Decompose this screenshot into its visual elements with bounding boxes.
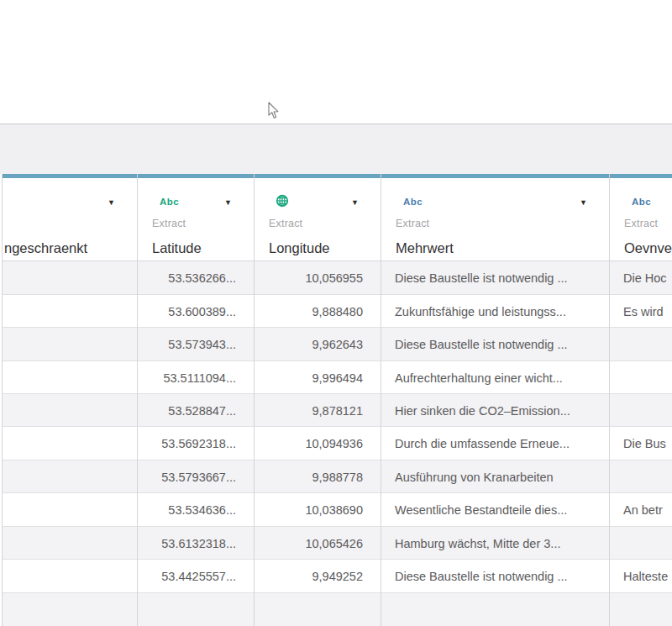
grid-cell-partial[interactable] — [138, 593, 254, 626]
column-field-name: Oevnve — [624, 240, 672, 256]
extract-label: Extract — [396, 218, 429, 229]
grid-cell[interactable]: 53.4425557... — [138, 560, 254, 592]
grid-cell[interactable]: 9,949252 — [255, 560, 381, 592]
grid-cell[interactable] — [610, 394, 672, 427]
column-field-name: Mehrwert — [396, 240, 606, 256]
grid-cell[interactable]: Die Hoc — [610, 261, 672, 294]
column-menu-arrow-icon[interactable]: ▼ — [580, 197, 587, 208]
grid-column-longitude: ▼ExtractLongitude10,0569559,8884809,9626… — [254, 174, 381, 626]
grid-cell[interactable]: Ausführung von Kranarbeiten — [381, 460, 609, 493]
grid-cell[interactable]: 10,065426 — [255, 527, 381, 560]
abc-type-icon[interactable]: Abc — [632, 197, 651, 207]
grid-cell[interactable]: 53.528847... — [138, 394, 254, 427]
data-grid: ▼ngeschraenktAbc▼ExtractLatitude53.53626… — [2, 174, 672, 626]
column-field-name: Latitude — [152, 240, 250, 256]
grid-cell[interactable]: 10,056955 — [255, 261, 381, 294]
grid-cell[interactable] — [3, 295, 137, 328]
column-menu-arrow-icon[interactable]: ▼ — [108, 197, 115, 208]
grid-cell[interactable] — [610, 460, 672, 493]
column-header-longitude[interactable]: ▼ExtractLongitude — [255, 178, 381, 261]
grid-cell[interactable] — [610, 527, 672, 560]
globe-type-icon[interactable] — [276, 194, 289, 208]
grid-cell[interactable]: Die Bus — [610, 427, 672, 460]
grid-cell-partial[interactable] — [610, 593, 672, 626]
grid-cell[interactable]: Es wird — [610, 295, 672, 328]
grid-cell[interactable] — [3, 261, 137, 294]
column-menu-arrow-icon[interactable]: ▼ — [224, 197, 232, 208]
grid-cell[interactable]: Diese Baustelle ist notwendig ... — [381, 328, 609, 360]
grid-cell[interactable]: Diese Baustelle ist notwendig ... — [381, 560, 609, 592]
extract-label: Extract — [269, 218, 302, 229]
grid-column-latitude: Abc▼ExtractLatitude53.536266...53.600389… — [137, 174, 254, 626]
grid-cell[interactable] — [3, 328, 137, 360]
column-menu-arrow-icon[interactable]: ▼ — [351, 197, 359, 208]
abc-type-icon[interactable]: Abc — [160, 197, 179, 207]
grid-cell[interactable]: 9,962643 — [255, 328, 381, 360]
grid-cell[interactable]: 53.534636... — [138, 493, 254, 526]
grid-cell-partial[interactable] — [381, 593, 609, 626]
grid-cell[interactable] — [610, 328, 672, 360]
grid-cell[interactable] — [3, 427, 137, 460]
grid-cell[interactable] — [3, 527, 137, 560]
extract-label: Extract — [624, 218, 658, 229]
mouse-cursor-icon — [267, 102, 280, 120]
grid-cell[interactable] — [3, 493, 137, 526]
column-header-mehrwert[interactable]: Abc▼ExtractMehrwert — [381, 178, 609, 261]
grid-cell[interactable] — [3, 361, 137, 394]
grid-cell[interactable]: 53.6132318... — [138, 527, 254, 560]
grid-cell[interactable]: Aufrechterhaltung einer wicht... — [381, 361, 609, 394]
abc-type-icon[interactable]: Abc — [403, 197, 423, 207]
grid-cell[interactable]: 9,988778 — [255, 460, 381, 493]
grid-cell-partial[interactable] — [3, 593, 137, 626]
grid-cell[interactable]: 10,038690 — [255, 493, 381, 526]
page: { "toolbar": { "background": "#f0eff1", … — [0, 0, 672, 626]
grid-cell[interactable]: 9,996494 — [255, 361, 381, 394]
grid-cell[interactable]: Halteste — [610, 560, 672, 592]
grid-cell[interactable]: 10,094936 — [255, 427, 381, 460]
grid-cell[interactable]: Hamburg wächst, Mitte der 3... — [381, 527, 609, 560]
column-field-name: ngeschraenkt — [4, 240, 134, 256]
grid-cell[interactable]: An betr — [610, 493, 672, 526]
extract-label: Extract — [152, 218, 186, 229]
grid-cell[interactable]: 53.5692318... — [138, 427, 254, 460]
column-header-oevnve[interactable]: AbcExtractOevnve — [610, 178, 672, 261]
grid-cell[interactable] — [3, 394, 137, 427]
grid-cell-partial[interactable] — [255, 593, 381, 626]
grid-cell[interactable]: Zukunftsfähige und leistungss... — [381, 295, 609, 328]
grid-column-mehrwert: Abc▼ExtractMehrwertDiese Baustelle ist n… — [381, 174, 609, 626]
grid-cell[interactable]: Hier sinken die CO2–Emission... — [381, 394, 609, 427]
grid-column-oevnve: AbcExtractOevnveDie HocEs wirdDie BusAn … — [609, 174, 672, 626]
grid-cell[interactable] — [3, 460, 137, 493]
column-header-latitude[interactable]: Abc▼ExtractLatitude — [138, 178, 254, 261]
grid-cell[interactable]: 53.573943... — [138, 328, 254, 360]
grid-cell[interactable]: Diese Baustelle ist notwendig ... — [381, 261, 609, 294]
column-field-name: Longitude — [269, 240, 377, 256]
grid-cell[interactable]: Wesentliche Bestandteile dies... — [381, 493, 609, 526]
toolbar-strip — [0, 124, 672, 174]
column-header-ngeschraenkt[interactable]: ▼ngeschraenkt — [3, 178, 137, 261]
grid-cell[interactable]: 53.5111094... — [138, 361, 254, 394]
grid-cell[interactable]: 53.5793667... — [138, 460, 254, 493]
grid-cell[interactable]: 53.600389... — [138, 295, 254, 328]
grid-column-ngeschraenkt: ▼ngeschraenkt — [2, 174, 137, 626]
grid-cell[interactable]: 9,878121 — [255, 394, 381, 427]
grid-cell[interactable]: 9,888480 — [255, 295, 381, 328]
grid-cell[interactable] — [3, 560, 137, 592]
grid-cell[interactable]: 53.536266... — [138, 261, 254, 294]
grid-cell[interactable]: Durch die umfassende Erneue... — [381, 427, 609, 460]
grid-cell[interactable] — [610, 361, 672, 394]
